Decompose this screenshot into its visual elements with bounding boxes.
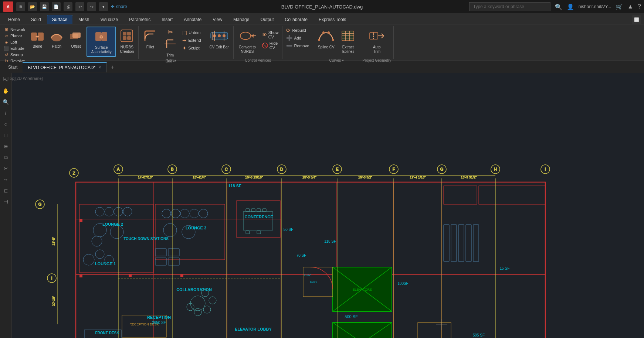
redo-button[interactable]: ↪ bbox=[87, 2, 96, 11]
svg-point-87 bbox=[92, 236, 102, 246]
extend-side-tool[interactable]: ↔ bbox=[1, 174, 11, 185]
tab-parametric[interactable]: Parametric bbox=[124, 15, 156, 24]
tab-solid[interactable]: Solid bbox=[26, 15, 46, 24]
sculpt-button[interactable]: ✦ Sculpt bbox=[181, 44, 202, 52]
network-button[interactable]: ⊞ Network bbox=[2, 27, 27, 33]
left-dimension: 21'-5" 20'-10" bbox=[52, 204, 57, 324]
cv-edit-bar-button[interactable]: CV Edit Bar bbox=[207, 27, 231, 57]
convert-nurbs-button[interactable]: Convert toNURBS bbox=[236, 27, 259, 57]
search-bar[interactable]: Type a keyword or phrase bbox=[469, 2, 550, 11]
svg-point-105 bbox=[194, 308, 201, 316]
extend-icon: ⇥ bbox=[182, 37, 187, 43]
remove-button[interactable]: ➖ Remove bbox=[285, 42, 311, 49]
pan-tool[interactable]: ✋ bbox=[1, 86, 11, 96]
tab-output[interactable]: Output bbox=[255, 15, 279, 24]
drawing-area[interactable]: [-][Top][2D Wireframe] Z A B C D E F bbox=[0, 73, 644, 338]
saveas-button[interactable]: 📄 bbox=[52, 2, 61, 11]
tab-collaborate[interactable]: Collaborate bbox=[280, 15, 313, 24]
add-tab-button[interactable]: + bbox=[107, 64, 118, 71]
trim-side-tool[interactable]: ✂ bbox=[1, 163, 11, 174]
print-button[interactable]: 🖨 bbox=[64, 2, 72, 11]
tab-home[interactable]: Home bbox=[3, 15, 25, 24]
front-desk-label: FRONT DESK bbox=[95, 331, 120, 335]
spline-cv-button[interactable]: Spline CV bbox=[315, 27, 337, 57]
scissors-icon: ✂ bbox=[167, 27, 173, 36]
edit-group-content: Fillet ✂ Trim Edit ▾ bbox=[141, 27, 202, 57]
blend-icon bbox=[30, 30, 44, 44]
sweep-button[interactable]: ↺ Sweep bbox=[2, 52, 27, 58]
copy-tool[interactable]: ⧉ bbox=[1, 152, 11, 163]
mirror-tool[interactable]: ⊣ bbox=[1, 197, 11, 207]
svg-rect-9 bbox=[127, 32, 131, 35]
rect-tool[interactable]: □ bbox=[1, 130, 11, 140]
tab-mesh[interactable]: Mesh bbox=[73, 15, 94, 24]
interface-toggle[interactable]: ⬜ bbox=[632, 15, 641, 24]
dropdown-button[interactable]: ▾ bbox=[99, 2, 108, 11]
svg-point-2 bbox=[51, 34, 62, 41]
offset-side-tool[interactable]: ⊏ bbox=[1, 185, 11, 196]
cart-icon[interactable]: 🛒 bbox=[616, 3, 623, 10]
surface-assoc-label: SurfaceAssociativity bbox=[91, 45, 112, 54]
untrim-button[interactable]: ⬚ Untrim bbox=[181, 29, 202, 36]
svg-text:G: G bbox=[440, 167, 444, 171]
create-left-col: ⊞ Network ▱ Planar ◈ Loft ⬛ Extrude ↺ bbox=[2, 27, 27, 64]
line-tool[interactable]: / bbox=[1, 108, 11, 118]
cv-edit-bar-group: CV Edit Bar bbox=[205, 26, 234, 59]
undo-button[interactable]: ↩ bbox=[75, 2, 84, 11]
tab-annotate[interactable]: Annotate bbox=[179, 15, 207, 24]
tab-express-tools[interactable]: Express Tools bbox=[313, 15, 351, 24]
extrude-button[interactable]: ⬛ Extrude bbox=[2, 45, 27, 51]
close-tab-button[interactable]: ✕ bbox=[98, 65, 101, 69]
lounge3-walls bbox=[155, 204, 225, 260]
save-button[interactable]: 💾 bbox=[40, 2, 49, 11]
offset-button[interactable]: Offset bbox=[67, 28, 85, 50]
tab-visualize[interactable]: Visualize bbox=[95, 15, 123, 24]
cv-edit-bar-label: CV Edit Bar bbox=[210, 45, 229, 49]
loft-button[interactable]: ◈ Loft bbox=[2, 39, 27, 45]
reception-sf-label: 2650 SF bbox=[152, 321, 166, 325]
svg-rect-110 bbox=[155, 258, 166, 265]
open-button[interactable]: 📂 bbox=[28, 2, 37, 11]
move-tool[interactable]: ⊕ bbox=[1, 141, 11, 151]
tab-surface[interactable]: Surface bbox=[47, 15, 72, 24]
nurbs-creation-button[interactable]: NURBSCreation bbox=[118, 27, 136, 57]
zoom-tool[interactable]: 🔍 bbox=[1, 97, 11, 107]
show-cv-button[interactable]: 👁 ShowCV bbox=[260, 30, 280, 40]
help-icon[interactable]: ? bbox=[638, 3, 641, 10]
new-button[interactable]: 🗎 bbox=[16, 2, 25, 11]
add-button[interactable]: ➕ Add bbox=[285, 34, 311, 42]
conference-label: CONFERENCE bbox=[244, 215, 273, 219]
floor-plan-svg[interactable]: Z A B C D E F G H I bbox=[0, 73, 644, 338]
extrude-icon: ⬛ bbox=[4, 46, 9, 51]
blend-button[interactable]: Blend bbox=[28, 28, 47, 50]
auto-trim-label: AutoTrim bbox=[373, 45, 381, 54]
rebuild-add-remove-group: ⟳ Rebuild ➕ Add ➖ Remove bbox=[285, 27, 311, 49]
search-icon[interactable]: 🔍 bbox=[555, 3, 562, 10]
patch-button[interactable]: Patch bbox=[47, 28, 66, 50]
location-icon[interactable]: ▲ bbox=[627, 3, 633, 10]
offset-label: Offset bbox=[71, 44, 81, 49]
tab-view[interactable]: View bbox=[207, 15, 227, 24]
hide-cv-button[interactable]: 🚫 HideCV bbox=[260, 40, 280, 51]
start-tab[interactable]: Start bbox=[3, 62, 23, 72]
circle-tool[interactable]: ○ bbox=[1, 119, 11, 129]
surface-associativity-button[interactable]: SurfaceAssociativity bbox=[87, 27, 116, 57]
spline-cv-icon bbox=[318, 29, 335, 44]
svg-rect-96 bbox=[251, 209, 255, 212]
extend-button[interactable]: ⇥ Extend bbox=[181, 37, 202, 44]
planar-button[interactable]: ▱ Planar bbox=[2, 33, 27, 39]
auto-trim-button[interactable]: AutoTrim bbox=[366, 27, 387, 57]
tab-manage[interactable]: Manage bbox=[228, 15, 254, 24]
create-group-content: ⊞ Network ▱ Planar ◈ Loft ⬛ Extrude ↺ bbox=[2, 27, 136, 64]
share-button[interactable]: ✈ share bbox=[111, 4, 127, 9]
rebuild-button[interactable]: ⟳ Rebuild bbox=[285, 27, 311, 34]
fillet-button[interactable]: Fillet bbox=[141, 27, 159, 57]
tab-insert[interactable]: Insert bbox=[156, 15, 178, 24]
lounge2-label: LOUNGE 2 bbox=[102, 222, 123, 226]
active-document-tab[interactable]: BLVD OFFICE_PLAN-AUTOCAD* ✕ bbox=[23, 62, 107, 72]
svg-rect-116 bbox=[451, 225, 457, 262]
sweep-icon: ↺ bbox=[4, 52, 9, 57]
trim-button[interactable]: Trim bbox=[161, 36, 179, 59]
extract-isolines-button[interactable]: ExtractIsolines bbox=[338, 27, 357, 57]
svg-text:H: H bbox=[494, 167, 497, 171]
